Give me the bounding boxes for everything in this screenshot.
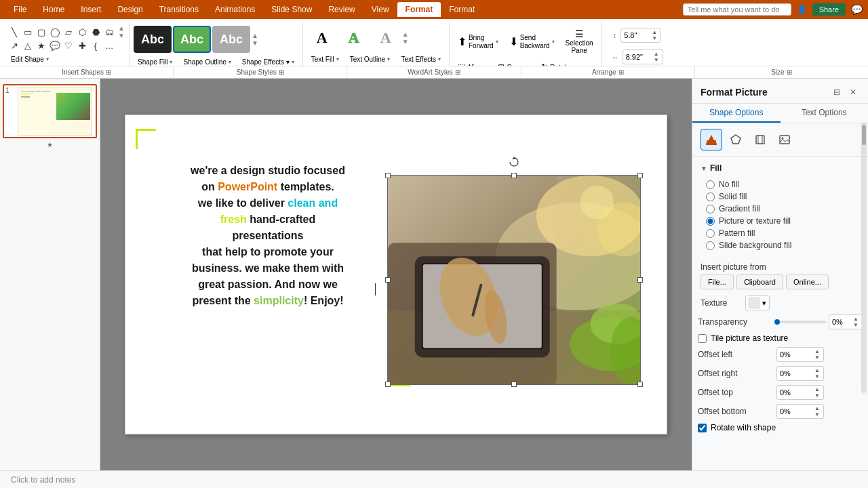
tab-slideshow[interactable]: Slide Show	[263, 2, 320, 17]
shape-styles-footer[interactable]: Shape Styles ⊞	[174, 66, 347, 78]
offset-right-down[interactable]: ▼	[814, 373, 821, 380]
transparency-input[interactable]: 0% ▲ ▼	[829, 314, 863, 329]
sel-handle-tl[interactable]	[385, 173, 391, 178]
group-button[interactable]: ⊞ Group ▾	[494, 60, 534, 66]
tab-animations[interactable]: Animations	[207, 2, 263, 17]
height-input[interactable]: 5.8" ▲ ▼	[620, 28, 661, 43]
rotate-checkbox[interactable]	[698, 424, 707, 432]
fill-slide-bg[interactable]: Slide background fill	[706, 239, 854, 251]
sel-handle-mr[interactable]	[637, 277, 643, 283]
fill-pattern[interactable]: Pattern fill	[706, 227, 854, 239]
shape-cross-icon[interactable]: ✚	[76, 39, 88, 52]
shape-oval-icon[interactable]: ◯	[49, 26, 61, 38]
width-input[interactable]: 8.92" ▲ ▼	[623, 49, 663, 64]
panel-effects-icon-btn[interactable]	[725, 129, 747, 150]
fill-picture-texture[interactable]: Picture or texture fill	[706, 215, 854, 227]
text-box[interactable]: we're a design studio focused on PowerPo…	[139, 156, 397, 316]
shape-fill-button[interactable]: Shape Fill ▾	[134, 56, 176, 66]
panel-scrollbar[interactable]	[861, 122, 867, 393]
fill-solid-radio[interactable]	[706, 192, 715, 201]
offset-left-down[interactable]: ▼	[814, 354, 821, 361]
transparency-up[interactable]: ▲	[852, 316, 859, 322]
fill-gradient-radio[interactable]	[706, 205, 715, 214]
insert-file-button[interactable]: File...	[701, 274, 734, 289]
fill-picture-radio[interactable]	[706, 217, 715, 226]
fill-slide-bg-radio[interactable]	[706, 241, 715, 250]
tile-label[interactable]: Tile picture as texture	[711, 333, 788, 343]
shape-triangle-icon[interactable]: △	[22, 39, 34, 52]
shape-style-gray[interactable]: Abc	[212, 26, 250, 53]
shape-heart-icon[interactable]: ♡	[62, 39, 75, 52]
edit-shape-button[interactable]: Edit Shape ▾	[7, 53, 53, 66]
shape-trapezoid-icon[interactable]: ⬡	[76, 26, 88, 38]
panel-fill-icon-btn[interactable]	[701, 129, 722, 150]
offset-bottom-up[interactable]: ▲	[814, 405, 821, 411]
rotate-label[interactable]: Rotate with shape	[711, 423, 776, 432]
offset-left-up[interactable]: ▲	[814, 348, 821, 354]
tile-checkbox[interactable]	[698, 334, 707, 343]
tab-design[interactable]: Design	[109, 2, 151, 17]
shape-more-icon[interactable]: …	[103, 39, 115, 52]
bring-forward-button[interactable]: ⬆ Bring Forward ▾	[454, 31, 502, 52]
panel-close-button[interactable]: ✕	[846, 85, 860, 99]
height-down[interactable]: ▼	[651, 35, 658, 41]
shape-callout-icon[interactable]: 💬	[49, 39, 61, 52]
shape-arrow-icon[interactable]: ↗	[8, 39, 20, 52]
sel-handle-ml[interactable]	[385, 277, 391, 283]
shape-rect-icon[interactable]: ▭	[22, 26, 34, 38]
selection-pane-button[interactable]: ☰ Selection Pane	[561, 26, 597, 57]
shape-style-dark[interactable]: Abc	[134, 26, 172, 53]
wordart-styles-footer[interactable]: WordArt Styles ⊞	[347, 66, 521, 78]
tab-shape-options[interactable]: Shape Options	[692, 104, 781, 123]
search-input[interactable]	[683, 3, 791, 16]
panel-size-icon-btn[interactable]	[749, 129, 771, 150]
height-up[interactable]: ▲	[651, 29, 658, 35]
text-effects-button[interactable]: Text Effects ▾	[397, 53, 445, 66]
panel-collapse-button[interactable]: ⊟	[830, 85, 844, 99]
tab-text-options[interactable]: Text Options	[781, 104, 869, 123]
shape-styles-scroll[interactable]: ▲ ▼	[252, 32, 258, 47]
align-button[interactable]: ⬚ Align ▾	[454, 60, 491, 66]
sel-handle-br[interactable]	[637, 382, 643, 387]
shape-style-green[interactable]: Abc	[173, 26, 211, 53]
offset-bottom-down[interactable]: ▼	[814, 411, 821, 418]
offset-bottom-input[interactable]: 0% ▲ ▼	[776, 404, 824, 419]
shape-line-icon[interactable]: ╲	[8, 26, 20, 38]
shape-hexagon-icon[interactable]: ⬣	[90, 26, 102, 38]
shape-star-icon[interactable]: ★	[35, 39, 47, 52]
rotate-button[interactable]: ↻ Rotate ▾	[537, 60, 578, 66]
send-backward-button[interactable]: ⬇ Send Backward ▾	[505, 31, 559, 52]
text-outline-button[interactable]: Text Outline ▾	[346, 53, 395, 66]
canvas-area[interactable]: we're a design studio focused on PowerPo…	[100, 79, 692, 470]
shape-round-rect-icon[interactable]: ▢	[35, 26, 47, 38]
tab-transitions[interactable]: Transitions	[151, 2, 207, 17]
arrange-footer[interactable]: Arrange ⊞	[521, 66, 695, 78]
sel-handle-bm[interactable]	[511, 382, 517, 387]
panel-picture-icon-btn[interactable]	[774, 129, 795, 150]
tab-home[interactable]: Home	[35, 2, 73, 17]
notes-bar[interactable]: Click to add notes	[0, 470, 868, 488]
fill-no-fill[interactable]: No fill	[706, 178, 854, 190]
insert-clipboard-button[interactable]: Clipboard	[736, 274, 783, 289]
transparency-down[interactable]: ▼	[852, 322, 859, 328]
wordart-green[interactable]: A	[339, 26, 369, 50]
offset-top-down[interactable]: ▼	[814, 392, 821, 399]
offset-right-up[interactable]: ▲	[814, 367, 821, 373]
tab-review[interactable]: Review	[320, 2, 363, 17]
tab-format2[interactable]: Format	[441, 2, 483, 17]
fill-pattern-radio[interactable]	[706, 229, 715, 238]
sel-handle-tr[interactable]	[637, 173, 643, 178]
text-fill-button[interactable]: Text Fill ▾	[307, 53, 343, 66]
tab-format1[interactable]: Format	[397, 2, 441, 17]
fill-section-header[interactable]: ▼ Fill	[701, 161, 860, 176]
fill-no-fill-radio[interactable]	[706, 180, 715, 189]
fill-gradient[interactable]: Gradient fill	[706, 203, 854, 215]
wordart-scroll[interactable]: ▲ ▼	[402, 30, 409, 45]
slide-thumbnail-1[interactable]: 1 we're a design studio focused on Power…	[3, 84, 97, 138]
size-footer[interactable]: Size ⊞	[695, 66, 868, 78]
shape-effects-button[interactable]: Shape Effects ▾ ▾	[238, 56, 298, 66]
fill-solid[interactable]: Solid fill	[706, 190, 854, 203]
image-selection[interactable]	[387, 175, 641, 385]
sel-handle-bl[interactable]	[385, 382, 391, 387]
offset-top-up[interactable]: ▲	[814, 386, 821, 392]
